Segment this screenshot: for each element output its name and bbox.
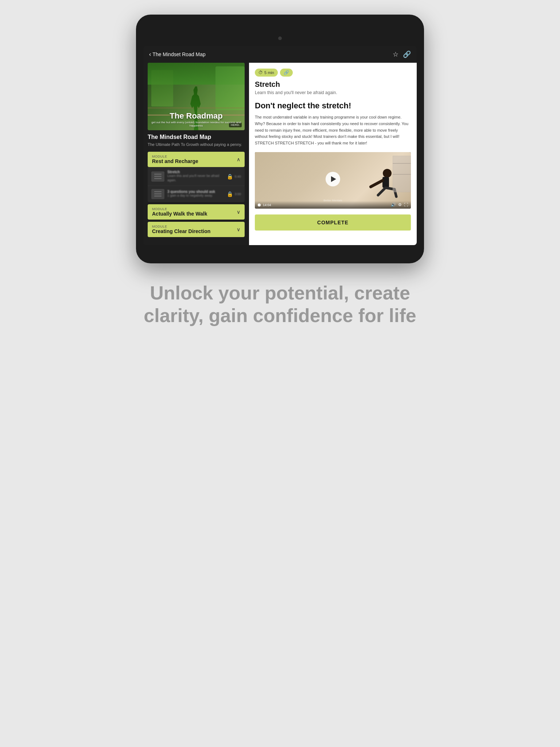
locked-item-desc-0: Learn this and you'll never be afraid ag… (167, 174, 224, 182)
back-label: The Mindset Road Map (152, 51, 206, 57)
lesson-tags: ⏱ 5 min 🔗 (255, 69, 411, 77)
locked-thumb-1 (151, 189, 164, 199)
right-panel: ⏱ 5 min 🔗 Stretch Learn this and you'll … (249, 63, 417, 245)
module-name-1: Actually Walk the Walk (152, 211, 207, 217)
fullscreen-icon[interactable]: ⛶ (404, 202, 408, 207)
svg-point-0 (383, 169, 392, 178)
header-icons: ☆ 🔗 (393, 50, 411, 58)
tablet-device: ‹ The Mindset Road Map ☆ 🔗 (136, 15, 424, 263)
back-chevron-icon: ‹ (149, 51, 151, 58)
locked-duration-1: 3:00 (234, 192, 241, 196)
screen-content: The Roadmap get out the hut with every (… (143, 63, 417, 245)
clock-icon: ⏱ (258, 70, 263, 75)
lesson-subtitle: Learn this and you'll never be afraid ag… (255, 90, 411, 95)
time-tag: ⏱ 5 min (255, 69, 278, 77)
settings-icon[interactable]: ⚙ (398, 202, 402, 207)
svg-line-2 (371, 181, 382, 187)
locked-thumb-lines-1 (154, 191, 162, 197)
locked-item-desc-1: 1 gain a day to negativity away. (167, 194, 224, 198)
locked-item-title-0: Stretch (167, 170, 224, 174)
video-time: 14:04 (263, 203, 389, 207)
module-header-walk[interactable]: Module Actually Walk the Walk ∨ (148, 204, 245, 220)
locked-item-title-1: 3 questions you should ask (167, 190, 224, 194)
module-label-2: Module (152, 225, 210, 228)
share-link-icon[interactable]: 🔗 (403, 50, 411, 58)
module-header-rest-recharge[interactable]: Module Rest and Recharge ∧ (148, 152, 245, 167)
locked-info-1: 3 questions you should ask 1 gain a day … (167, 190, 224, 198)
video-player[interactable]: Better Mentals 14:04 🔊 ⚙ ⛶ (255, 152, 411, 209)
left-panel: The Roadmap get out the hut with every (… (143, 63, 249, 245)
locked-item-0: Stretch Learn this and you'll never be a… (148, 167, 245, 186)
complete-button[interactable]: COMPLETE (255, 214, 411, 231)
back-navigation[interactable]: ‹ The Mindset Road Map (149, 51, 206, 58)
time-tag-label: 5 min (264, 70, 274, 75)
lesson-title: Stretch (255, 80, 411, 89)
locked-thumb-0 (151, 171, 164, 182)
lock-icon-0: 🔒 (227, 174, 233, 179)
module-name-2: Creating Clear Direction (152, 228, 210, 234)
module-walk-walk: Module Actually Walk the Walk ∨ (148, 204, 245, 220)
video-controls: 14:04 🔊 ⚙ ⛶ (255, 201, 411, 209)
locked-items: Stretch Learn this and you'll never be a… (148, 167, 245, 202)
video-progress-dot (258, 204, 261, 206)
locked-thumb-lines-0 (154, 174, 162, 179)
module-rest-recharge: Module Rest and Recharge ∧ (148, 152, 245, 202)
module-chevron-1: ∨ (237, 209, 240, 215)
course-image: The Roadmap get out the hut with every (… (148, 63, 245, 130)
course-title: The Mindset Road Map (148, 134, 245, 140)
bookmark-icon[interactable]: ☆ (393, 50, 398, 58)
play-icon (331, 176, 336, 182)
module-header-direction[interactable]: Module Creating Clear Direction ∨ (148, 222, 245, 237)
section-body: The most underrated variable in any trai… (255, 114, 411, 146)
tagline: Unlock your potential, create clarity, g… (105, 282, 455, 327)
module-label-1: Module (152, 207, 207, 211)
locked-info-0: Stretch Learn this and you'll never be a… (167, 170, 224, 182)
svg-line-3 (378, 188, 385, 195)
course-image-subtitle: get out the hut with every (untold) foun… (148, 121, 245, 127)
video-play-button[interactable] (326, 172, 340, 186)
module-chevron-0: ∧ (237, 156, 240, 162)
svg-rect-1 (382, 177, 389, 188)
tablet-screen: ‹ The Mindset Road Map ☆ 🔗 (143, 46, 417, 245)
screen-header: ‹ The Mindset Road Map ☆ 🔗 (143, 46, 417, 63)
section-heading: Don't neglect the stretch! (255, 101, 411, 111)
module-name-0: Rest and Recharge (152, 158, 198, 164)
course-subtitle: The Ultimate Path To Growth without payi… (148, 142, 245, 147)
lock-icon-1: 🔒 (227, 191, 233, 197)
module-clear-direction: Module Creating Clear Direction ∨ (148, 222, 245, 237)
locked-duration-0: 5:40 (234, 175, 241, 178)
link-tag[interactable]: 🔗 (280, 69, 293, 77)
video-ctrl-icons: 🔊 ⚙ ⛶ (391, 202, 408, 207)
link-tag-icon: 🔗 (284, 70, 289, 75)
module-chevron-2: ∨ (237, 227, 240, 232)
course-image-title: The Roadmap (148, 111, 245, 121)
module-label-0: Module (152, 155, 198, 158)
tablet-camera (278, 36, 282, 40)
volume-icon[interactable]: 🔊 (391, 202, 396, 207)
locked-item-1: 3 questions you should ask 1 gain a day … (148, 186, 245, 202)
page-wrapper: ‹ The Mindset Road Map ☆ 🔗 (0, 0, 560, 747)
course-image-text: The Roadmap get out the hut with every (… (148, 111, 245, 130)
